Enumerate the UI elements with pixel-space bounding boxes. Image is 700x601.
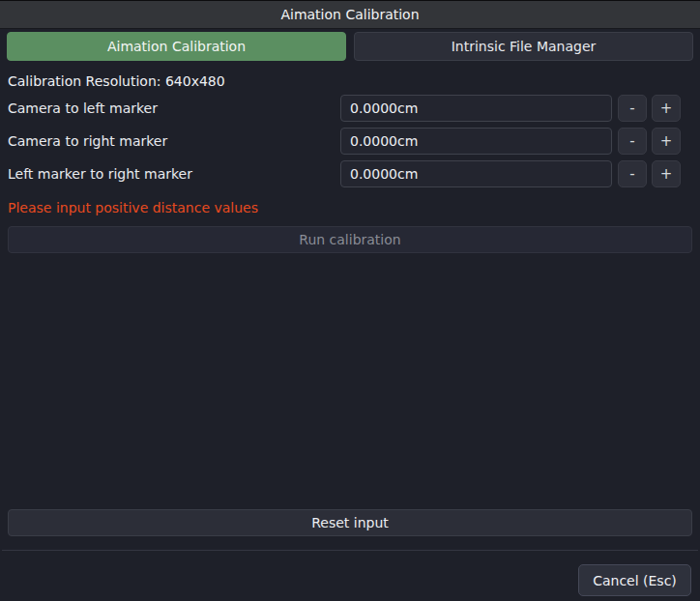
empty-content-area xyxy=(0,253,700,509)
tab-intrinsic-file-manager[interactable]: Intrinsic File Manager xyxy=(354,32,693,61)
reset-input-button[interactable]: Reset input xyxy=(8,509,692,536)
tab-bar: Aimation Calibration Intrinsic File Mana… xyxy=(7,32,693,61)
validation-warning-text: Please input positive distance values xyxy=(8,200,692,215)
form-row-camera-to-left-marker: Camera to left marker - + xyxy=(8,95,681,122)
increment-button[interactable]: + xyxy=(652,95,681,122)
field-label: Left marker to right marker xyxy=(8,166,340,182)
dialog-footer: Cancel (Esc) xyxy=(0,551,700,601)
tab-label: Aimation Calibration xyxy=(107,39,246,54)
tab-aimation-calibration[interactable]: Aimation Calibration xyxy=(7,32,346,61)
window-titlebar[interactable]: Aimation Calibration xyxy=(0,0,700,29)
field-label: Camera to left marker xyxy=(8,100,340,116)
field-label: Camera to right marker xyxy=(8,133,340,149)
run-calibration-button[interactable]: Run calibration xyxy=(8,226,692,253)
increment-button[interactable]: + xyxy=(652,160,681,187)
camera-to-right-marker-input[interactable] xyxy=(340,128,612,155)
camera-to-left-marker-input[interactable] xyxy=(340,95,612,122)
window-title: Aimation Calibration xyxy=(280,7,419,22)
cancel-button[interactable]: Cancel (Esc) xyxy=(578,564,691,596)
increment-button[interactable]: + xyxy=(652,128,681,155)
tab-label: Intrinsic File Manager xyxy=(452,39,597,54)
decrement-button[interactable]: - xyxy=(618,95,647,122)
form-row-camera-to-right-marker: Camera to right marker - + xyxy=(8,128,681,155)
calibration-resolution-text: Calibration Resolution: 640x480 xyxy=(8,73,692,89)
form-row-left-marker-to-right-marker: Left marker to right marker - + xyxy=(8,160,681,187)
left-marker-to-right-marker-input[interactable] xyxy=(340,160,612,187)
decrement-button[interactable]: - xyxy=(618,128,647,155)
decrement-button[interactable]: - xyxy=(618,160,647,187)
